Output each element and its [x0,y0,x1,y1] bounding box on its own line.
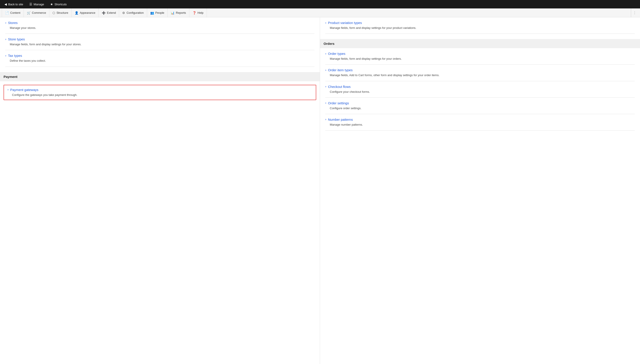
nav-reports[interactable]: 📊 Reports [167,8,189,17]
order-item-types-desc: Manage fields, Add to Cart forms, other … [325,73,635,77]
checkout-flows-item: › Checkout flows Configure your checkout… [325,81,635,98]
stores-desc: Manage your stores. [5,26,314,30]
payment-gateways-chevron: › [8,88,9,91]
order-settings-item: › Order settings Configure order setting… [325,98,635,114]
nav-help[interactable]: ❓ Help [189,8,207,17]
store-types-chevron: › [5,38,6,41]
main-nav: 📄 Content 🛒 Commerce ⬡ Structure 👤 Appea… [0,8,640,17]
nav-right-icon: ⋮ [633,11,636,15]
people-icon: 👥 [150,11,154,15]
store-types-desc: Manage fields, form and display settings… [5,42,314,46]
tax-types-item: › Tax types Define the taxes you collect… [5,50,314,66]
nav-people[interactable]: 👥 People [147,8,167,17]
tax-types-desc: Define the taxes you collect. [5,59,314,63]
commerce-icon: 🛒 [27,11,31,15]
product-variation-types-desc: Manage fields, form and display settings… [325,26,635,30]
appearance-icon: 👤 [75,11,78,15]
number-patterns-chevron: › [325,118,326,121]
tax-types-chevron: › [5,54,6,57]
number-patterns-desc: Manage number patterns. [325,123,635,127]
orders-section: Orders › Order types Manage fields, form… [325,39,635,130]
product-variation-types-chevron: › [325,21,326,24]
nav-right-controls: ⋮ [631,8,638,17]
order-item-types-chevron: › [325,68,326,72]
orders-section-header: Orders [320,39,640,48]
extend-icon: ➕ [102,11,106,15]
nav-configuration[interactable]: ⚙ Configuration [119,8,147,17]
order-types-item: › Order types Manage fields, form and di… [325,48,635,64]
checkout-flows-chevron: › [325,85,326,88]
right-column: › Product variation types Manage fields,… [320,17,640,364]
manage-icon: ☰ [29,2,32,6]
payment-gateways-item: › Payment gateways Configure the gateway… [4,85,316,100]
order-types-desc: Manage fields, form and display settings… [325,57,635,61]
back-icon: ◀ [5,2,7,6]
manage-button[interactable]: ☰ Manage [27,0,47,8]
structure-icon: ⬡ [53,11,55,15]
nav-commerce[interactable]: 🛒 Commerce [24,8,50,17]
tax-types-link[interactable]: Tax types [8,54,22,58]
payment-section: Payment › Payment gateways Configure the… [5,72,314,104]
left-column: › Stores Manage your stores. › Store typ… [0,17,320,364]
content-wrapper: › Stores Manage your stores. › Store typ… [0,17,640,364]
nav-extend[interactable]: ➕ Extend [99,8,119,17]
order-item-types-link[interactable]: Order item types [328,68,353,72]
order-settings-link[interactable]: Order settings [328,101,349,105]
payment-gateways-link[interactable]: Payment gateways [10,88,39,92]
content-icon: 📄 [5,11,9,15]
checkout-flows-link[interactable]: Checkout flows [328,85,351,88]
order-settings-chevron: › [325,102,326,104]
stores-chevron: › [5,21,6,24]
store-types-item: › Store types Manage fields, form and di… [5,34,314,50]
checkout-flows-desc: Configure your checkout forms. [325,90,635,94]
back-to-site-button[interactable]: ◀ Back to site [2,0,26,8]
nav-structure[interactable]: ⬡ Structure [49,8,72,17]
payment-gateways-wrapper: › Payment gateways Configure the gateway… [5,81,314,104]
help-icon: ❓ [192,11,196,15]
star-icon: ★ [50,2,53,6]
order-types-chevron: › [325,52,326,55]
admin-bar: ◀ Back to site ☰ Manage ★ Shortcuts [0,0,640,8]
shortcuts-button[interactable]: ★ Shortcuts [48,0,69,8]
product-variation-types-item: › Product variation types Manage fields,… [325,17,635,34]
product-variation-types-link[interactable]: Product variation types [328,21,362,25]
number-patterns-link[interactable]: Number patterns [328,118,353,122]
order-item-types-item: › Order item types Manage fields, Add to… [325,64,635,81]
payment-gateways-desc: Configure the gateways you take payment … [8,93,312,97]
stores-item: › Stores Manage your stores. [5,17,314,34]
reports-icon: 📊 [171,11,174,15]
payment-section-header: Payment [0,72,320,81]
nav-content[interactable]: 📄 Content [2,8,24,17]
configuration-icon: ⚙ [122,11,125,15]
order-types-link[interactable]: Order types [328,52,345,56]
nav-appearance[interactable]: 👤 Appearance [72,8,99,17]
order-settings-desc: Configure order settings. [325,106,635,110]
stores-link[interactable]: Stores [8,21,18,25]
number-patterns-item: › Number patterns Manage number patterns… [325,114,635,130]
store-types-link[interactable]: Store types [8,37,25,41]
